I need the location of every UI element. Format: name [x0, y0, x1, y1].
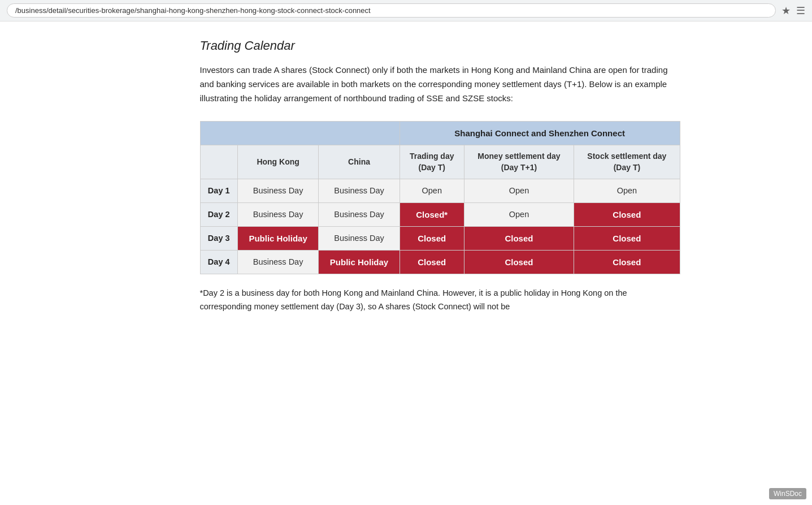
stock-cell: Closed	[574, 226, 680, 250]
intro-text: Investors can trade A shares (Stock Conn…	[200, 63, 680, 105]
page-content: Trading Calendar Investors can trade A s…	[110, 21, 703, 336]
col-header-trading: Trading day(Day T)	[400, 145, 464, 179]
col-header-stock: Stock settlement day(Day T)	[574, 145, 680, 179]
stock-cell: Closed	[574, 202, 680, 226]
header-shanghai-shenzhen: Shanghai Connect and Shenzhen Connect	[400, 122, 680, 145]
url-bar[interactable]: /business/detail/securities-brokerage/sh…	[7, 3, 776, 18]
trading-calendar-table: Shanghai Connect and Shenzhen Connect Ho…	[200, 121, 680, 274]
col-header-hk: Hong Kong	[237, 145, 318, 179]
col-header-money: Money settlement day(Day T+1)	[464, 145, 574, 179]
day-label: Day 3	[200, 226, 237, 250]
stock-cell: Closed	[574, 250, 680, 274]
money-cell: Closed	[464, 226, 574, 250]
china-cell: Business Day	[319, 202, 400, 226]
hk-cell: Business Day	[237, 250, 318, 274]
extension-icon[interactable]: ☰	[796, 5, 805, 17]
day-label: Day 2	[200, 202, 237, 226]
trading-cell: Open	[400, 179, 464, 202]
trading-cell: Closed*	[400, 202, 464, 226]
col-header-china: China	[319, 145, 400, 179]
china-cell: Business Day	[319, 226, 400, 250]
money-cell: Closed	[464, 250, 574, 274]
money-cell: Open	[464, 202, 574, 226]
footnote-text: *Day 2 is a business day for both Hong K…	[200, 287, 680, 314]
header-empty	[200, 122, 400, 145]
stock-cell: Open	[574, 179, 680, 202]
china-cell: Public Holiday	[319, 250, 400, 274]
browser-bar: /business/detail/securities-brokerage/sh…	[0, 0, 812, 21]
bookmark-icon[interactable]: ★	[781, 5, 791, 17]
money-cell: Open	[464, 179, 574, 202]
trading-cell: Closed	[400, 226, 464, 250]
day-label: Day 1	[200, 179, 237, 202]
col-header-empty	[200, 145, 237, 179]
china-cell: Business Day	[319, 179, 400, 202]
hk-cell: Public Holiday	[237, 226, 318, 250]
trading-cell: Closed	[400, 250, 464, 274]
hk-cell: Business Day	[237, 202, 318, 226]
hk-cell: Business Day	[237, 179, 318, 202]
day-label: Day 4	[200, 250, 237, 274]
page-heading: Trading Calendar	[200, 38, 680, 53]
